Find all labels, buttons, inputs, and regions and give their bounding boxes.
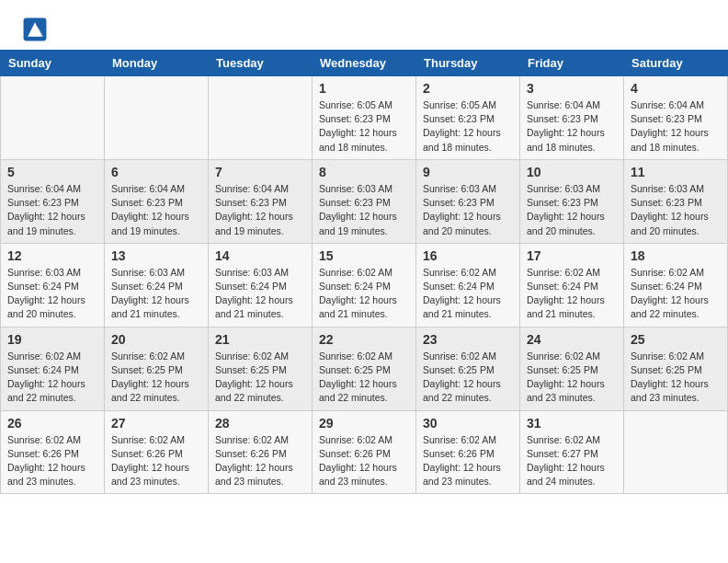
- calendar-week-row: 5Sunrise: 6:04 AM Sunset: 6:23 PM Daylig…: [1, 159, 728, 243]
- weekday-header-cell: Thursday: [416, 51, 520, 76]
- day-info: Sunrise: 6:03 AM Sunset: 6:24 PM Dayligh…: [215, 266, 305, 322]
- calendar-day-cell: 28Sunrise: 6:02 AM Sunset: 6:26 PM Dayli…: [209, 410, 313, 494]
- day-number: 1: [319, 81, 409, 96]
- day-number: 13: [111, 248, 201, 263]
- calendar-day-cell: 21Sunrise: 6:02 AM Sunset: 6:25 PM Dayli…: [209, 327, 313, 410]
- day-number: 8: [319, 165, 409, 179]
- day-info: Sunrise: 6:03 AM Sunset: 6:23 PM Dayligh…: [423, 182, 513, 238]
- calendar-day-cell: 3Sunrise: 6:04 AM Sunset: 6:23 PM Daylig…: [520, 76, 624, 160]
- calendar-day-cell: 6Sunrise: 6:04 AM Sunset: 6:23 PM Daylig…: [105, 159, 209, 243]
- day-info: Sunrise: 6:02 AM Sunset: 6:24 PM Dayligh…: [423, 266, 513, 322]
- day-number: 18: [631, 248, 721, 263]
- calendar-day-cell: 15Sunrise: 6:02 AM Sunset: 6:24 PM Dayli…: [313, 243, 416, 327]
- day-info: Sunrise: 6:03 AM Sunset: 6:24 PM Dayligh…: [111, 266, 201, 322]
- day-number: 27: [111, 416, 201, 431]
- logo: [22, 17, 50, 42]
- day-info: Sunrise: 6:03 AM Sunset: 6:24 PM Dayligh…: [7, 266, 97, 322]
- day-number: 19: [7, 332, 97, 347]
- day-info: Sunrise: 6:04 AM Sunset: 6:23 PM Dayligh…: [7, 182, 97, 238]
- day-number: 26: [7, 416, 97, 431]
- day-info: Sunrise: 6:02 AM Sunset: 6:26 PM Dayligh…: [111, 433, 201, 489]
- day-info: Sunrise: 6:05 AM Sunset: 6:23 PM Dayligh…: [423, 98, 513, 155]
- calendar-day-cell: [1, 76, 105, 160]
- calendar-day-cell: 18Sunrise: 6:02 AM Sunset: 6:24 PM Dayli…: [624, 243, 728, 327]
- calendar-day-cell: 12Sunrise: 6:03 AM Sunset: 6:24 PM Dayli…: [1, 243, 105, 327]
- day-info: Sunrise: 6:02 AM Sunset: 6:24 PM Dayligh…: [527, 266, 617, 322]
- weekday-header-cell: Friday: [520, 51, 624, 76]
- day-number: 21: [215, 332, 305, 347]
- day-number: 5: [7, 165, 97, 179]
- day-number: 25: [631, 332, 721, 347]
- calendar-day-cell: [105, 76, 209, 160]
- header: [0, 0, 728, 50]
- day-info: Sunrise: 6:02 AM Sunset: 6:24 PM Dayligh…: [631, 266, 721, 322]
- day-info: Sunrise: 6:02 AM Sunset: 6:26 PM Dayligh…: [423, 433, 513, 489]
- calendar-table: SundayMondayTuesdayWednesdayThursdayFrid…: [0, 50, 728, 494]
- logo-icon: [22, 17, 48, 42]
- calendar-week-row: 19Sunrise: 6:02 AM Sunset: 6:24 PM Dayli…: [1, 327, 728, 410]
- day-number: 11: [631, 165, 721, 179]
- calendar-day-cell: 1Sunrise: 6:05 AM Sunset: 6:23 PM Daylig…: [313, 76, 416, 160]
- day-number: 28: [215, 416, 305, 431]
- weekday-header-row: SundayMondayTuesdayWednesdayThursdayFrid…: [1, 51, 728, 76]
- day-info: Sunrise: 6:02 AM Sunset: 6:25 PM Dayligh…: [215, 350, 305, 406]
- day-info: Sunrise: 6:02 AM Sunset: 6:24 PM Dayligh…: [7, 350, 97, 406]
- calendar-day-cell: 29Sunrise: 6:02 AM Sunset: 6:26 PM Dayli…: [313, 410, 416, 494]
- day-number: 4: [631, 81, 721, 96]
- day-number: 6: [111, 165, 201, 179]
- day-info: Sunrise: 6:04 AM Sunset: 6:23 PM Dayligh…: [527, 98, 617, 155]
- calendar-day-cell: 4Sunrise: 6:04 AM Sunset: 6:23 PM Daylig…: [624, 76, 728, 160]
- calendar-day-cell: 5Sunrise: 6:04 AM Sunset: 6:23 PM Daylig…: [1, 159, 105, 243]
- calendar-day-cell: 31Sunrise: 6:02 AM Sunset: 6:27 PM Dayli…: [520, 410, 624, 494]
- day-number: 20: [111, 332, 201, 347]
- day-number: 17: [527, 248, 617, 263]
- day-info: Sunrise: 6:02 AM Sunset: 6:26 PM Dayligh…: [215, 433, 305, 489]
- weekday-header-cell: Wednesday: [313, 51, 416, 76]
- day-info: Sunrise: 6:03 AM Sunset: 6:23 PM Dayligh…: [631, 182, 721, 238]
- calendar-day-cell: 23Sunrise: 6:02 AM Sunset: 6:25 PM Dayli…: [416, 327, 520, 410]
- weekday-header-cell: Sunday: [1, 51, 105, 76]
- weekday-header-cell: Saturday: [624, 51, 728, 76]
- calendar-day-cell: 13Sunrise: 6:03 AM Sunset: 6:24 PM Dayli…: [105, 243, 209, 327]
- day-number: 23: [423, 332, 513, 347]
- day-info: Sunrise: 6:02 AM Sunset: 6:25 PM Dayligh…: [631, 350, 721, 406]
- calendar-day-cell: 27Sunrise: 6:02 AM Sunset: 6:26 PM Dayli…: [105, 410, 209, 494]
- day-number: 24: [527, 332, 617, 347]
- day-info: Sunrise: 6:04 AM Sunset: 6:23 PM Dayligh…: [215, 182, 305, 238]
- calendar-week-row: 1Sunrise: 6:05 AM Sunset: 6:23 PM Daylig…: [1, 76, 728, 160]
- day-info: Sunrise: 6:04 AM Sunset: 6:23 PM Dayligh…: [111, 182, 201, 238]
- day-number: 29: [319, 416, 409, 431]
- day-number: 2: [423, 81, 513, 96]
- day-info: Sunrise: 6:03 AM Sunset: 6:23 PM Dayligh…: [319, 182, 409, 238]
- calendar-day-cell: 30Sunrise: 6:02 AM Sunset: 6:26 PM Dayli…: [416, 410, 520, 494]
- day-info: Sunrise: 6:04 AM Sunset: 6:23 PM Dayligh…: [631, 98, 721, 155]
- weekday-header-cell: Tuesday: [209, 51, 313, 76]
- day-number: 10: [527, 165, 617, 179]
- day-info: Sunrise: 6:02 AM Sunset: 6:26 PM Dayligh…: [319, 433, 409, 489]
- day-number: 3: [527, 81, 617, 96]
- day-info: Sunrise: 6:03 AM Sunset: 6:23 PM Dayligh…: [527, 182, 617, 238]
- calendar-day-cell: 22Sunrise: 6:02 AM Sunset: 6:25 PM Dayli…: [313, 327, 416, 410]
- day-number: 16: [423, 248, 513, 263]
- calendar-day-cell: 14Sunrise: 6:03 AM Sunset: 6:24 PM Dayli…: [209, 243, 313, 327]
- day-number: 9: [423, 165, 513, 179]
- calendar-day-cell: 17Sunrise: 6:02 AM Sunset: 6:24 PM Dayli…: [520, 243, 624, 327]
- day-info: Sunrise: 6:02 AM Sunset: 6:25 PM Dayligh…: [423, 350, 513, 406]
- day-info: Sunrise: 6:05 AM Sunset: 6:23 PM Dayligh…: [319, 98, 409, 155]
- day-number: 12: [7, 248, 97, 263]
- day-info: Sunrise: 6:02 AM Sunset: 6:25 PM Dayligh…: [527, 350, 617, 406]
- calendar-day-cell: 20Sunrise: 6:02 AM Sunset: 6:25 PM Dayli…: [105, 327, 209, 410]
- day-number: 14: [215, 248, 305, 263]
- weekday-header-cell: Monday: [105, 51, 209, 76]
- day-number: 22: [319, 332, 409, 347]
- calendar-day-cell: 8Sunrise: 6:03 AM Sunset: 6:23 PM Daylig…: [313, 159, 416, 243]
- calendar-day-cell: 19Sunrise: 6:02 AM Sunset: 6:24 PM Dayli…: [1, 327, 105, 410]
- day-number: 31: [527, 416, 617, 431]
- calendar-day-cell: 11Sunrise: 6:03 AM Sunset: 6:23 PM Dayli…: [624, 159, 728, 243]
- calendar-day-cell: [624, 410, 728, 494]
- calendar-body: 1Sunrise: 6:05 AM Sunset: 6:23 PM Daylig…: [1, 76, 728, 494]
- calendar-day-cell: 24Sunrise: 6:02 AM Sunset: 6:25 PM Dayli…: [520, 327, 624, 410]
- day-info: Sunrise: 6:02 AM Sunset: 6:25 PM Dayligh…: [319, 350, 409, 406]
- calendar-day-cell: 7Sunrise: 6:04 AM Sunset: 6:23 PM Daylig…: [209, 159, 313, 243]
- day-number: 7: [215, 165, 305, 179]
